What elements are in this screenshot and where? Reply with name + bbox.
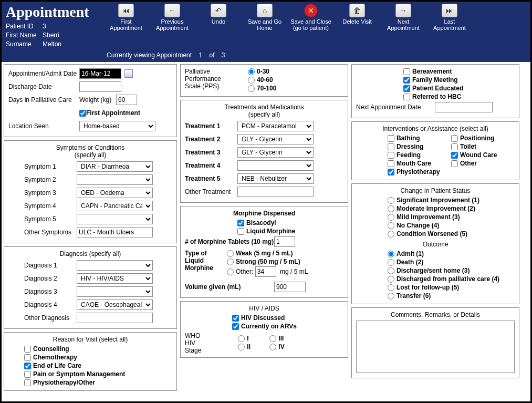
sc2-label: Moderate Improvement (2)	[397, 205, 475, 212]
diagnosis1-select[interactable]	[77, 260, 153, 271]
stage-4-radio[interactable]	[269, 344, 276, 350]
s4-label: Symptom 4	[24, 202, 77, 210]
type-label1: Type of	[185, 250, 227, 257]
weak-radio[interactable]	[227, 250, 234, 257]
first-name-label: First Name	[6, 32, 43, 39]
toilet-checkbox[interactable]	[451, 143, 458, 150]
diagnosis2-select[interactable]: HIV - HIV/AIDS	[77, 273, 153, 284]
strong-radio[interactable]	[227, 259, 234, 265]
symptom5-select[interactable]	[77, 214, 153, 224]
other-radio[interactable]	[227, 268, 234, 275]
other-symptoms-input[interactable]	[77, 227, 153, 237]
calendar-icon[interactable]	[124, 69, 133, 78]
symptom2-select[interactable]	[77, 174, 153, 185]
save-home-button[interactable]: ⌂Save and Go Home	[244, 4, 285, 49]
liquid-morphine-checkbox[interactable]	[237, 228, 244, 235]
pps-70-100-radio[interactable]	[248, 85, 255, 92]
previous-appointment-button[interactable]: ←Previous Appointment	[152, 4, 193, 49]
oc4-radio[interactable]	[388, 276, 394, 283]
hiv-discussed-checkbox[interactable]	[232, 315, 239, 322]
treatment3-select[interactable]: GLY - Glycerin	[237, 147, 314, 158]
counselling-checkbox[interactable]	[24, 346, 31, 353]
mouth-checkbox[interactable]	[388, 160, 394, 167]
other-int-checkbox[interactable]	[451, 160, 458, 167]
treatment1-select[interactable]: PCM - Paracetamol	[237, 121, 314, 131]
sc4-radio[interactable]	[388, 222, 394, 229]
symptom3-select[interactable]: OED - Oedema	[77, 188, 153, 198]
first-appt-checkbox[interactable]	[79, 110, 86, 117]
t4-label: Treatment 4	[185, 162, 237, 169]
pain-checkbox[interactable]	[24, 371, 31, 378]
stage-2-radio[interactable]	[238, 344, 245, 350]
oc3-radio[interactable]	[388, 267, 394, 274]
symptom1-select[interactable]: DIAR - Diarrheoa	[77, 161, 153, 172]
oc6-radio[interactable]	[388, 293, 394, 299]
feeding-label: Feeding	[397, 151, 421, 159]
chemo-checkbox[interactable]	[24, 354, 31, 361]
first-appointment-button[interactable]: ⏮First Appointment	[106, 4, 147, 49]
arvs-checkbox[interactable]	[232, 323, 239, 330]
sc2-radio[interactable]	[388, 205, 394, 212]
pps-0-30-radio[interactable]	[248, 68, 255, 75]
oc1-radio[interactable]	[388, 251, 394, 257]
last-appointment-button[interactable]: ⏭Last Appointment	[429, 4, 470, 49]
feeding-checkbox[interactable]	[388, 152, 394, 159]
symptom4-select[interactable]: CAPN - Pancreatic Cance	[77, 201, 153, 211]
outcome-title: Outcome	[356, 241, 515, 248]
comments-textarea[interactable]	[356, 321, 515, 373]
hiv-title: HIV / AIDS	[185, 305, 343, 312]
treatment5-select[interactable]: NEB - Nebulizer	[237, 173, 314, 184]
next-appt-input[interactable]	[435, 102, 493, 112]
stage-1-radio[interactable]	[238, 335, 245, 342]
tablets-input[interactable]	[274, 236, 295, 247]
weight-input[interactable]	[116, 95, 137, 105]
family-checkbox[interactable]	[403, 77, 410, 84]
oc2-label: Death (2)	[397, 259, 423, 266]
location-select[interactable]: Home-based	[79, 121, 155, 131]
positioning-checkbox[interactable]	[451, 135, 458, 142]
sc5-radio[interactable]	[388, 231, 394, 237]
bathing-checkbox[interactable]	[388, 135, 394, 142]
positioning-label: Positioning	[460, 135, 494, 142]
treatment4-select[interactable]	[237, 160, 314, 171]
bisacodyl-checkbox[interactable]	[237, 220, 244, 226]
type-label3: Morphine	[185, 264, 227, 272]
weak-label: Weak (5 mg / 5 mL)	[236, 250, 293, 257]
t1-label: Treatment 1	[185, 122, 237, 130]
educated-checkbox[interactable]	[403, 85, 410, 92]
other-mg-input[interactable]	[255, 266, 276, 277]
physio-checkbox[interactable]	[24, 379, 31, 386]
t3-label: Treatment 3	[185, 149, 237, 156]
oc2-radio[interactable]	[388, 259, 394, 266]
treatment2-select[interactable]: GLY - Glycerin	[237, 134, 314, 144]
comments-title: Comments, Remarks, or Details	[356, 311, 515, 318]
undo-button[interactable]: ↶Undo	[198, 4, 239, 49]
wound-checkbox[interactable]	[451, 152, 458, 159]
appt-date-input[interactable]	[79, 68, 121, 79]
pps-40-60-radio[interactable]	[248, 77, 255, 84]
physio-int-label: Physiotherapy	[397, 168, 440, 175]
delete-label: Delete Visit	[342, 18, 371, 25]
delete-visit-button[interactable]: 🗑Delete Visit	[337, 4, 378, 49]
oc5-radio[interactable]	[388, 284, 394, 291]
undo-icon: ↶	[211, 4, 226, 17]
sc1-radio[interactable]	[388, 197, 394, 204]
oc6-label: Transfer (6)	[397, 292, 431, 299]
diagnosis3-select[interactable]	[77, 286, 153, 297]
next-appointment-button[interactable]: →Next Appointment	[383, 4, 424, 49]
status-current: 1	[199, 51, 202, 59]
physio-int-checkbox[interactable]	[388, 169, 394, 175]
other-diagnosis-input[interactable]	[77, 313, 153, 323]
discharge-input[interactable]	[79, 81, 121, 92]
other-treatment-input[interactable]	[237, 187, 314, 197]
volume-input[interactable]	[274, 282, 306, 292]
hbc-checkbox[interactable]	[403, 94, 410, 100]
save-close-button[interactable]: ✕Save and Close (go to patient)	[290, 4, 331, 49]
sc3-radio[interactable]	[388, 214, 394, 221]
surname-label: Surname	[6, 40, 43, 48]
diagnosis4-select[interactable]: CAOE - Oesophageal Car	[77, 299, 153, 310]
dressing-checkbox[interactable]	[388, 143, 394, 150]
stage-3-radio[interactable]	[269, 335, 276, 342]
eol-checkbox[interactable]	[24, 363, 31, 369]
bereavement-checkbox[interactable]	[403, 68, 410, 75]
